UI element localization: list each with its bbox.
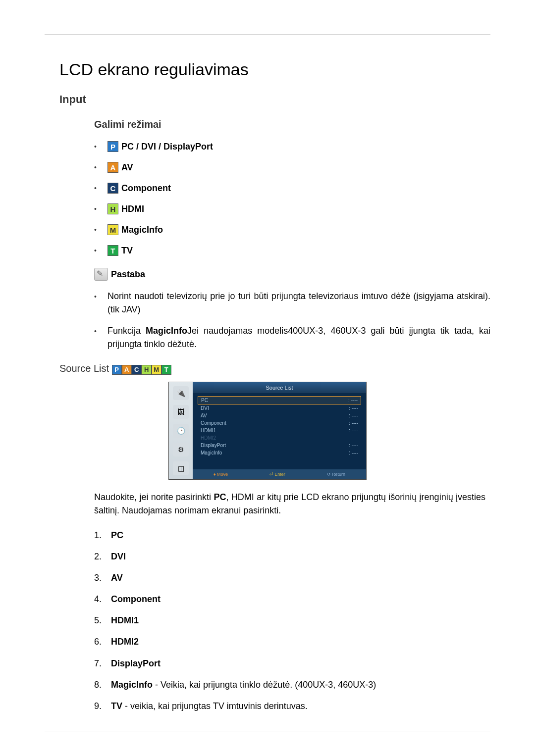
mode-item: • T TV xyxy=(94,245,490,256)
bottom-rule xyxy=(45,732,490,732)
note-list: •Norint naudoti televizorių prie jo turi… xyxy=(94,290,490,351)
mode-badge: C xyxy=(107,183,118,194)
ol-item: 7. DisplayPort xyxy=(94,657,490,670)
osd-row-name: DVI xyxy=(201,405,209,411)
bullet-icon: • xyxy=(94,143,97,151)
source-badge: C xyxy=(132,365,142,375)
source-ordered-list: 1. PC2. DVI3. AV4. Component5. HDMI16. H… xyxy=(94,529,490,713)
bullet-icon: • xyxy=(94,326,97,351)
page-title: LCD ekrano reguliavimas xyxy=(59,60,490,79)
osd-row-val: : ---- xyxy=(349,413,358,418)
osd-row-name: HDMI1 xyxy=(201,428,216,433)
mode-label: AV xyxy=(121,162,133,173)
osd-icon-multi: ◫ xyxy=(173,461,189,475)
ol-number: 9. xyxy=(94,700,111,712)
mode-item: • M MagicInfo xyxy=(94,224,490,235)
osd-row: Component: ---- xyxy=(198,419,361,427)
osd-row: MagicInfo: ---- xyxy=(198,449,361,456)
mode-badge: P xyxy=(107,141,118,152)
source-badge: M xyxy=(152,365,161,375)
osd-body: PC: ----DVI: ----AV: ----Component: ----… xyxy=(193,393,366,469)
osd-row-name: AV xyxy=(201,413,207,418)
ol-text: HDMI2 xyxy=(111,636,139,648)
osd-row: DisplayPort: ---- xyxy=(198,442,361,449)
mode-badge: T xyxy=(107,245,118,256)
mode-item: • A AV xyxy=(94,162,490,173)
source-list-heading: Source List PACHMT xyxy=(59,363,490,375)
mode-label: MagicInfo xyxy=(121,225,163,235)
ol-text: HDMI1 xyxy=(111,614,139,627)
source-list-label: Source List xyxy=(59,363,109,374)
osd-icon-sound: 🕑 xyxy=(173,424,189,438)
osd-row-name: HDMI2 xyxy=(201,435,216,441)
osd-row-name: DisplayPort xyxy=(201,443,226,448)
ol-text: AV xyxy=(111,572,123,584)
ol-number: 2. xyxy=(94,551,111,563)
modes-heading: Galimi režimai xyxy=(94,119,490,130)
note-text: Norint naudoti televizorių prie jo turi … xyxy=(107,290,490,316)
modes-list: • P PC / DVI / DisplayPort• A AV• C Comp… xyxy=(94,141,490,256)
source-badge: A xyxy=(122,365,132,375)
mode-item: • C Component xyxy=(94,183,490,194)
ol-item: 4. Component xyxy=(94,593,490,605)
osd-icon-picture: 🖼 xyxy=(173,405,189,419)
section-input: Input xyxy=(59,93,490,106)
osd-row: HDMI2 xyxy=(198,434,361,442)
ol-number: 5. xyxy=(94,614,111,627)
ol-number: 3. xyxy=(94,572,111,584)
ol-number: 4. xyxy=(94,593,111,605)
osd-row-name: Component xyxy=(201,420,226,426)
ol-number: 8. xyxy=(94,679,111,691)
mode-badge: A xyxy=(107,162,118,173)
ol-item: 2. DVI xyxy=(94,551,490,563)
ol-item: 3. AV xyxy=(94,572,490,584)
source-badge: H xyxy=(142,365,152,375)
osd-row-val: : ---- xyxy=(349,420,358,426)
osd-icon-setup: ⚙ xyxy=(173,443,189,456)
ol-text: TV - veikia, kai prijungtas TV imtuvinis… xyxy=(111,700,308,712)
osd-row: HDMI1: ---- xyxy=(198,427,361,434)
mode-badge: M xyxy=(107,224,118,235)
mode-item: • H HDMI xyxy=(94,203,490,214)
bullet-icon: • xyxy=(94,184,97,192)
ol-text: DVI xyxy=(111,551,126,563)
osd-row-val: : ---- xyxy=(348,398,358,403)
ol-text: PC xyxy=(111,529,123,542)
osd-icon-input: 🔌 xyxy=(173,386,189,400)
mode-label: HDMI xyxy=(121,204,144,214)
ol-text: DisplayPort xyxy=(111,657,160,670)
note-icon xyxy=(94,268,108,281)
source-badge: T xyxy=(161,365,171,375)
body-paragraph: Naudokite, jei norite pasirinkti PC, HDM… xyxy=(94,491,485,517)
osd-row-name: PC xyxy=(201,398,208,403)
ol-item: 5. HDMI1 xyxy=(94,614,490,627)
ol-text: Component xyxy=(111,593,160,605)
osd-row: DVI: ---- xyxy=(198,404,361,412)
note-row: Pastaba xyxy=(94,268,490,281)
bullet-icon: • xyxy=(94,205,97,213)
note-item: •Norint naudoti televizorių prie jo turi… xyxy=(94,290,490,316)
mode-badge: H xyxy=(107,203,118,214)
bullet-icon: • xyxy=(94,163,97,171)
osd-row-val: : ---- xyxy=(349,450,358,455)
osd-row-val: : ---- xyxy=(349,405,358,411)
source-list-screenshot: 🔌 🖼 🕑 ⚙ ◫ Source List PC: ----DVI: ----A… xyxy=(168,382,367,480)
osd-sidebar: 🔌 🖼 🕑 ⚙ ◫ xyxy=(169,382,193,479)
source-badge: P xyxy=(112,365,122,375)
mode-label: TV xyxy=(121,246,133,256)
note-label: Pastaba xyxy=(111,269,145,280)
ol-item: 8. MagicInfo - Veikia, kai prijungta tin… xyxy=(94,679,490,691)
bullet-icon: • xyxy=(94,226,97,234)
mode-label: Component xyxy=(121,183,171,194)
osd-row: AV: ---- xyxy=(198,412,361,419)
ol-number: 7. xyxy=(94,657,111,670)
ol-item: 9. TV - veikia, kai prijungtas TV imtuvi… xyxy=(94,700,490,712)
ol-number: 1. xyxy=(94,529,111,542)
bullet-icon: • xyxy=(94,247,97,254)
mode-item: • P PC / DVI / DisplayPort xyxy=(94,141,490,152)
top-rule xyxy=(45,35,490,35)
osd-row-name: MagicInfo xyxy=(201,450,222,455)
note-text: Funkcija MagicInfoJei naudojamas modelis… xyxy=(107,324,490,351)
osd-move: ♦ Move xyxy=(214,472,228,477)
osd-title: Source List xyxy=(193,382,366,393)
